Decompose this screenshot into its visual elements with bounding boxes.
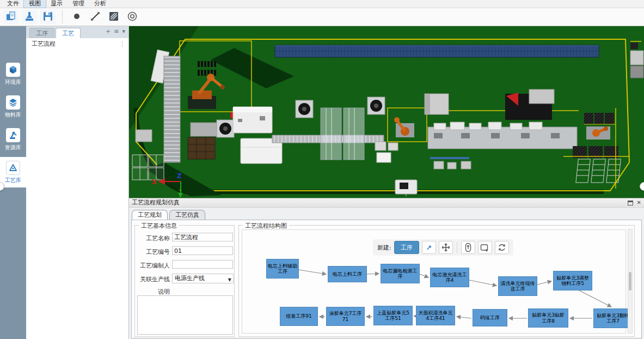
line-tool-button[interactable] (88, 10, 103, 24)
cube-icon (6, 63, 20, 77)
flow-node[interactable]: 电芯上料辅助工序 (266, 259, 299, 279)
selected-production-line: 电源生产线 (175, 275, 205, 282)
application-window: 文件 视图 显示 管理 分析 环境库 (0, 0, 644, 339)
flow-node[interactable]: 大面积清洗单元4工序41 (416, 306, 455, 325)
robot-arm-right[interactable] (586, 126, 610, 140)
flow-node[interactable]: 涂胶单元7工序71 (326, 307, 365, 326)
tree-tab-tools: + ≡ ▾ (106, 28, 125, 35)
item-options-icon[interactable]: ⋮ (119, 38, 125, 50)
circle-tool-icon (127, 11, 138, 23)
flow-node[interactable]: 贴胶单元3调整物料工序5 (553, 271, 592, 290)
flow-toolbar-separator (457, 242, 457, 253)
flow-node[interactable]: 贴胶单元3翻转工序7 (593, 308, 633, 328)
menu-bar: 文件 视图 显示 管理 分析 (0, 0, 644, 8)
plane-tool-icon (108, 11, 119, 23)
sidebar-item-resource-lib[interactable]: 资源库 (0, 125, 26, 154)
fan-unit-2 (296, 100, 313, 118)
refresh-layout-button[interactable] (495, 241, 509, 254)
sidebar-item-label: 物料库 (5, 111, 21, 119)
line-tool-icon (90, 11, 101, 23)
panel-content: 工艺基本信息 工艺名称 工艺编号 工艺编制人 关联生产线 电源生产线 ▼ 说明 … (131, 220, 642, 338)
import-model-icon (24, 11, 35, 23)
panel-title: 工艺流程规划仿真 (132, 199, 180, 206)
viewport-scene: X Y Z (129, 26, 644, 198)
production-line-select[interactable]: 电源生产线 ▼ (172, 274, 234, 283)
control-station-bottom[interactable] (395, 180, 417, 196)
flow-scrollbar[interactable] (628, 229, 633, 334)
sidebar-item-material-lib[interactable]: 物料库 (0, 93, 26, 121)
new-node-label: 新建: (377, 244, 391, 252)
tab-caret-icon[interactable]: ▾ (122, 28, 125, 35)
import-model-button[interactable] (22, 10, 37, 24)
close-panel-icon[interactable]: ✕ (637, 199, 641, 206)
float-panel-icon[interactable] (628, 201, 633, 205)
sidebar-item-process-lib[interactable]: 工艺库 (0, 157, 26, 187)
pallet-left[interactable] (188, 137, 215, 159)
solar-panel-row[interactable] (275, 45, 599, 57)
flow-scrollbar-thumb[interactable] (629, 272, 631, 290)
circle-tool-button[interactable] (125, 10, 140, 24)
flow-node[interactable]: 电芯漏电检测工序 (381, 264, 420, 283)
groupbox-title: 工艺流程结构图 (243, 222, 289, 230)
viewport-3d[interactable]: X Y Z (129, 26, 644, 198)
menu-display[interactable]: 显示 (46, 0, 68, 8)
field-label-name: 工艺名称 (136, 234, 170, 243)
tree-item-label: 工艺流程 (32, 40, 56, 47)
flow-node[interactable]: 组装工序91 (280, 307, 318, 326)
process-info-groupbox: 工艺基本信息 工艺名称 工艺编号 工艺编制人 关联生产线 电源生产线 ▼ 说明 (134, 225, 235, 337)
flow-node[interactable]: 上盖贴胶单元5工序51 (373, 306, 413, 325)
save-button[interactable] (40, 10, 56, 24)
move-tool-button[interactable] (439, 241, 453, 254)
fit-view-button[interactable] (478, 241, 492, 254)
flow-toolbar: 新建: 工序 ↗ (373, 239, 513, 256)
pan-vertical-button[interactable] (461, 241, 475, 254)
tab-process[interactable]: 工艺 (56, 28, 81, 38)
recycle-triangle-icon (6, 161, 20, 175)
axis-x-label: X (152, 178, 157, 186)
tab-process-planning[interactable]: 工艺规划 (132, 210, 168, 220)
field-label-description: 说明 (135, 288, 170, 296)
field-label-production-line: 关联生产线 (135, 275, 170, 283)
flow-node[interactable]: 电芯上料工序 (328, 266, 367, 282)
connect-arrow-button[interactable]: ↗ (422, 241, 436, 254)
flow-node[interactable]: 清洗单元终端传送工序 (498, 276, 537, 296)
new-process-step-button[interactable]: 工序 (394, 241, 419, 254)
loop-icon (498, 243, 506, 252)
panel-tab-bar: 工艺规划 工艺仿真 (129, 208, 644, 220)
library-sidebar: 环境库 物料库 资源库 工艺库 (0, 26, 26, 339)
fan-unit-1 (217, 120, 234, 137)
process-name-input[interactable] (172, 233, 233, 241)
flow-node[interactable]: 电芯激光清洗工序4 (430, 268, 469, 287)
fit-view-icon (480, 243, 490, 252)
menu-view[interactable]: 视图 (24, 0, 46, 8)
sidebar-item-environment-lib[interactable]: 环境库 (0, 60, 26, 88)
open-file-icon (5, 11, 16, 23)
tab-process-simulation[interactable]: 工艺仿真 (169, 210, 205, 220)
menu-analyze[interactable]: 分析 (89, 0, 111, 8)
tab-menu-icon[interactable]: ≡ (114, 28, 119, 35)
process-number-input[interactable] (172, 246, 233, 255)
flow-node[interactable]: 码垛工序 (473, 309, 507, 326)
save-icon (42, 11, 53, 23)
axis-y-label: Y (177, 192, 183, 198)
tree-tab-bar: 工序 工艺 + ≡ ▾ (26, 26, 128, 38)
open-file-button[interactable] (3, 10, 19, 24)
robot-arm-icon (6, 128, 20, 142)
arrow-ne-icon: ↗ (426, 244, 432, 252)
tab-process-step[interactable]: 工序 (29, 28, 54, 38)
dark-machine-right[interactable] (505, 89, 554, 120)
menu-manage[interactable]: 管理 (68, 0, 89, 8)
tree-item-process-flow[interactable]: 工艺流程 ⋮ (26, 38, 128, 50)
description-textarea[interactable] (137, 295, 233, 335)
menu-file[interactable]: 文件 (2, 0, 24, 8)
axis-z-label: Z (177, 172, 182, 180)
sidebar-item-label: 工艺库 (5, 177, 21, 184)
fan-unit-3 (367, 97, 385, 114)
process-author-input[interactable] (172, 260, 233, 269)
point-tool-button[interactable] (69, 10, 84, 24)
add-tab-icon[interactable]: + (106, 28, 111, 35)
panel-title-bar[interactable]: 工艺流程规划仿真 ✕ (129, 198, 644, 208)
plane-tool-button[interactable] (106, 10, 121, 24)
flow-structure-groupbox: 工艺流程结构图 新建: 工序 ↗ (238, 225, 635, 337)
flow-node[interactable]: 贴胶单元3贴胶工序8 (528, 308, 568, 328)
